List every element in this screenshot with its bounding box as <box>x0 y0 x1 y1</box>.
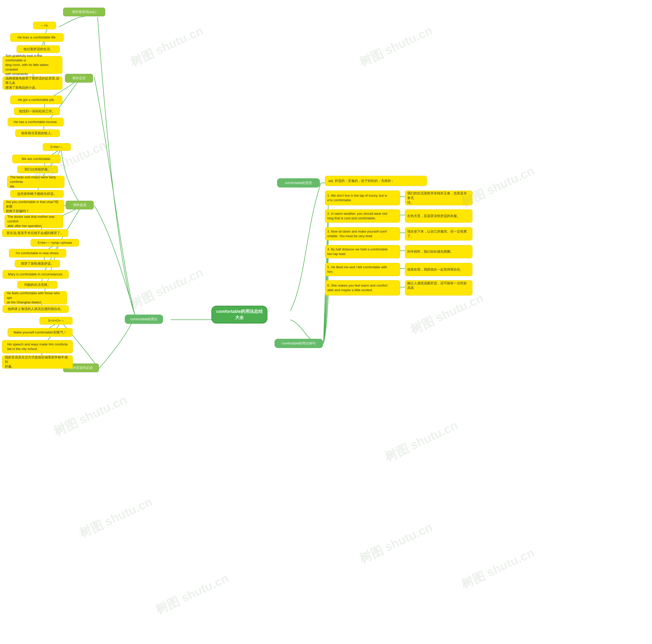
node-doctor-zh: 医生说,母亲手术后就不会感到痛苦了。 <box>2 229 68 237</box>
node-his-speech-zh: 他的言语及生活方式使他在城里的学校中感到舒服。 <box>2 355 73 369</box>
example-4-en: 4. By half distance we held a comfortabl… <box>325 245 400 258</box>
example-4-zh-label: 到半程时，我们轻松领先两圈。 <box>407 249 454 254</box>
node-we-are-en-label: We are comfortable. <box>22 157 51 161</box>
node-he-has-en: He has a comfortable income. <box>8 118 64 126</box>
branch-usage: comfortable的用法 <box>125 315 163 324</box>
branch-meaning-label: comfortable的意思 <box>285 181 312 185</box>
example-2-zh: 在热天里，应该穿凉快舒适的衣服。 <box>405 209 472 223</box>
node-im-en: I'm comfortable in new shoes. <box>9 249 66 258</box>
category-adj-label: 用作形容词(adj.) <box>72 10 96 14</box>
category-pred: 用作表语 <box>66 201 94 209</box>
node-tom-en-label: Tom gratefully took in the comfortable s… <box>5 53 60 77</box>
node-we-are-zh: 我们过得很舒服。 <box>17 166 58 173</box>
watermark-12: 树图 shutu.cn <box>459 545 537 593</box>
example-6-zh-label: 她让人感觉温暖舒适，还可能有一点性欲高高。 <box>407 281 470 295</box>
node-are-you-en-label: Are you comfortable in that chair?你坐那把椅子… <box>6 200 61 214</box>
node-we-are-zh-label: 我们过得很舒服。 <box>24 167 51 172</box>
node-im-zh-label: 我穿了新鞋感觉舒适。 <box>21 261 54 266</box>
node-plus-n-label: ～+n. <box>40 23 48 28</box>
watermark-5: 树图 shutu.cn <box>128 264 206 313</box>
example-4-en-label: 4. By half distance we held a comfortabl… <box>327 247 388 256</box>
node-he-got-zh: 他找到一份轻松的工作。 <box>14 108 60 115</box>
node-definition: adj. 舒适的；安逸的，处于轻松的；充裕的； <box>325 176 427 186</box>
node-tom-zh-label: 汤姆感激地接受了那舒适的起居室,连带几条摆满了装饰品的小桌。 <box>5 76 60 90</box>
category-attr-label: 用作定语 <box>72 76 86 80</box>
node-he-feels-zh: 他和讲上海话的人谈话总感到很自在。 <box>3 305 69 313</box>
node-mary-zh: 玛丽的生活充裕。 <box>17 281 58 289</box>
node-beds-zh-label: 这些床和椅子都相当舒适。 <box>17 192 57 196</box>
example-4-zh: 到半程时，我们轻松领先两圈。 <box>405 245 472 258</box>
node-beds-en-label: The beds and chairs were fairly comforta… <box>10 175 62 189</box>
example-3-zh: 现在坐下来，让自己舒服些。你一定很累了。 <box>405 227 472 240</box>
example-1-en-label: 1. We don't live in the lap of luxury, b… <box>327 193 387 203</box>
example-5-zh: 他喜欢我，我跟他在一起觉得很自在。 <box>405 263 472 276</box>
node-beds-zh: 这些床和椅子都相当舒适。 <box>10 190 64 198</box>
example-6-zh: 她让人感觉温暖舒适，还可能有一点性欲高高。 <box>405 280 472 296</box>
example-5-zh-label: 他喜欢我，我跟他在一起觉得很自在。 <box>407 267 464 272</box>
branch-meaning: comfortable的意思 <box>277 178 320 187</box>
node-his-speech-en-label: His speech and ways made him comfortable… <box>7 342 68 351</box>
watermark-2: 树图 shutu.cn <box>357 22 435 71</box>
category-complement-label: 用作宾语补足语 <box>70 366 93 370</box>
branch-usage-label: comfortable的用法 <box>130 317 158 321</box>
node-plus-n: ～+n. <box>33 22 56 29</box>
center-node: comfortable的用法总结大全 <box>211 306 267 324</box>
example-1-zh: 我们的生活虽然并非锦衣玉食，也算是衣食无忧。 <box>405 191 472 205</box>
node-he-has-zh-label: 他有相当宽裕的收入。 <box>21 131 54 136</box>
node-im-zh: 我穿了新鞋感觉舒适。 <box>15 260 60 267</box>
center-title: comfortable的用法总结大全 <box>214 308 264 321</box>
node-he-lives-zh: 他过着舒适的生活。 <box>17 45 60 53</box>
node-make-en-label: Make yourself comfortable!别客气！ <box>13 330 66 335</box>
node-beds-en: The beds and chairs were fairly comforta… <box>7 176 64 188</box>
category-pred-label: 用作表语 <box>73 203 86 207</box>
node-he-feels-en: He feels comfortable with those who spea… <box>4 291 67 304</box>
example-6-en: 6. She makes you feel warm and comfortab… <box>325 280 400 296</box>
watermark-8: 树图 shutu.cn <box>382 417 460 465</box>
node-he-has-zh: 他有相当宽裕的收入。 <box>15 129 60 137</box>
node-are-you-en: Are you comfortable in that chair?你坐那把椅子… <box>3 200 64 213</box>
node-he-got-en-label: He got a comfortable job. <box>18 98 55 102</box>
node-he-feels-zh-label: 他和讲上海话的人谈话总感到很自在。 <box>8 307 64 311</box>
node-his-speech-en: His speech and ways made him comfortable… <box>2 340 73 353</box>
example-1-zh-label: 我们的生活虽然并非锦衣玉食，也算是衣食无忧。 <box>407 191 470 205</box>
example-2-zh-label: 在热天里，应该穿凉快舒适的衣服。 <box>407 214 460 218</box>
example-1-en: 1. We don't live in the lap of luxury, b… <box>325 191 400 205</box>
node-sbe: S+be+～ <box>43 143 71 151</box>
watermark-9: 树图 shutu.cn <box>77 494 155 542</box>
branch-examples: comfortable的用法例句 <box>275 339 323 348</box>
node-we-are-en: We are comfortable. <box>12 155 61 163</box>
node-doctor-en: The doctor said that mother was comforta… <box>5 215 63 228</box>
node-definition-label: adj. 舒适的；安逸的，处于轻松的；充裕的； <box>328 179 394 183</box>
node-he-feels-en-label: He feels comfortable with those who spea… <box>7 291 64 305</box>
example-2-en-label: 2. In warm weather, you should wear clot… <box>327 211 387 221</box>
mind-map-lines <box>0 0 652 644</box>
node-he-got-en: He got a comfortable job. <box>10 96 62 104</box>
example-3-zh-label: 现在坐下来，让自己舒服些。你一定很累了。 <box>407 229 470 238</box>
category-attr: 用作定语 <box>65 74 93 83</box>
node-he-lives-en: He lives a comfortable life. <box>10 33 64 42</box>
node-he-got-zh-label: 他找到一份轻松的工作。 <box>19 109 55 114</box>
watermark-11: 树图 shutu.cn <box>153 570 231 618</box>
node-his-speech-zh-label: 他的言语及生活方式使他在城里的学校中感到舒服。 <box>5 355 70 369</box>
node-sbe-prep-label: S+be+～+prep.+phrase <box>37 240 72 245</box>
example-5-en-label: 5. He liked me and I felt comfortable wi… <box>327 265 387 274</box>
node-doctor-en-label: The doctor said that mother was comforta… <box>7 214 60 229</box>
node-he-lives-zh-label: 他过着舒适的生活。 <box>23 47 53 51</box>
node-sbe-label: S+be+～ <box>50 145 63 149</box>
example-6-en-label: 6. She makes you feel warm and comfortab… <box>327 283 387 292</box>
node-make-en: Make yourself comfortable!别客气！ <box>8 328 73 337</box>
watermark-1: 树图 shutu.cn <box>128 22 206 71</box>
example-3-en: 3. Now sit down and make yourself comfor… <box>325 227 400 240</box>
branch-examples-label: comfortable的用法例句 <box>282 341 316 346</box>
example-2-en: 2. In warm weather, you should wear clot… <box>325 209 400 223</box>
node-tom-en: Tom gratefully took in the comfortable s… <box>3 56 62 74</box>
node-doctor-zh-label: 医生说,母亲手术后就不会感到痛苦了。 <box>7 231 64 235</box>
watermark-10: 树图 shutu.cn <box>357 519 435 567</box>
watermark-7: 树图 shutu.cn <box>51 392 129 440</box>
node-tom-zh: 汤姆感激地接受了那舒适的起居室,连带几条摆满了装饰品的小桌。 <box>3 76 62 90</box>
node-mary-zh-label: 玛丽的生活充裕。 <box>24 283 51 287</box>
node-svoo: S+V+O+～ <box>39 317 73 325</box>
watermark-6: 树图 shutu.cn <box>408 290 486 338</box>
node-sbe-prep: S+be+～+prep.+phrase <box>31 239 79 247</box>
example-5-en: 5. He liked me and I felt comfortable wi… <box>325 263 400 276</box>
